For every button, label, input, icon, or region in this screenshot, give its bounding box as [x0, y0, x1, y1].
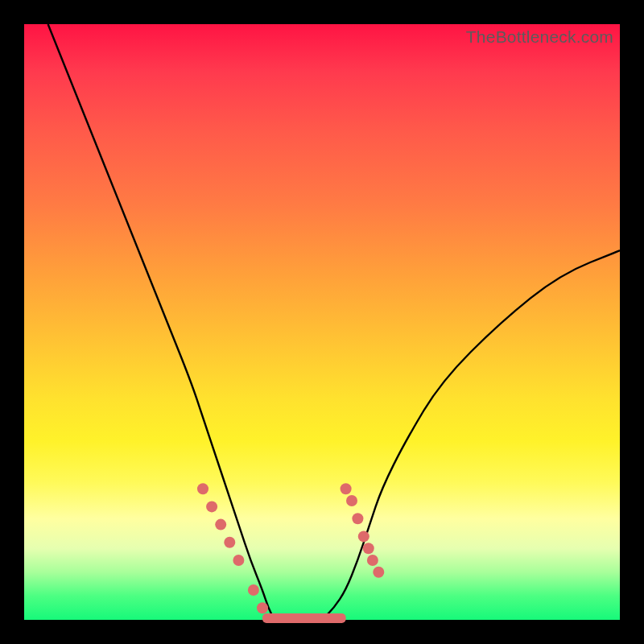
bottleneck-curve [48, 24, 620, 620]
chart-container: TheBottleneck.com [0, 0, 644, 644]
marker-dot [248, 584, 259, 596]
marker-dot [197, 483, 208, 494]
marker-dot [257, 602, 268, 613]
marker-dot [206, 501, 217, 512]
left-marker-group [197, 483, 268, 613]
marker-dot [233, 555, 244, 566]
marker-dot [367, 555, 378, 566]
marker-dot [224, 537, 235, 548]
marker-dot [363, 543, 374, 554]
marker-dot [358, 530, 369, 542]
plot-area: TheBottleneck.com [24, 24, 620, 620]
marker-dot [341, 483, 352, 494]
curve-svg [24, 24, 620, 620]
marker-dot [373, 567, 384, 578]
marker-dot [352, 513, 363, 524]
marker-dot [346, 495, 357, 506]
right-marker-group [341, 483, 385, 578]
bottom-band [262, 613, 346, 623]
marker-dot [215, 519, 226, 530]
